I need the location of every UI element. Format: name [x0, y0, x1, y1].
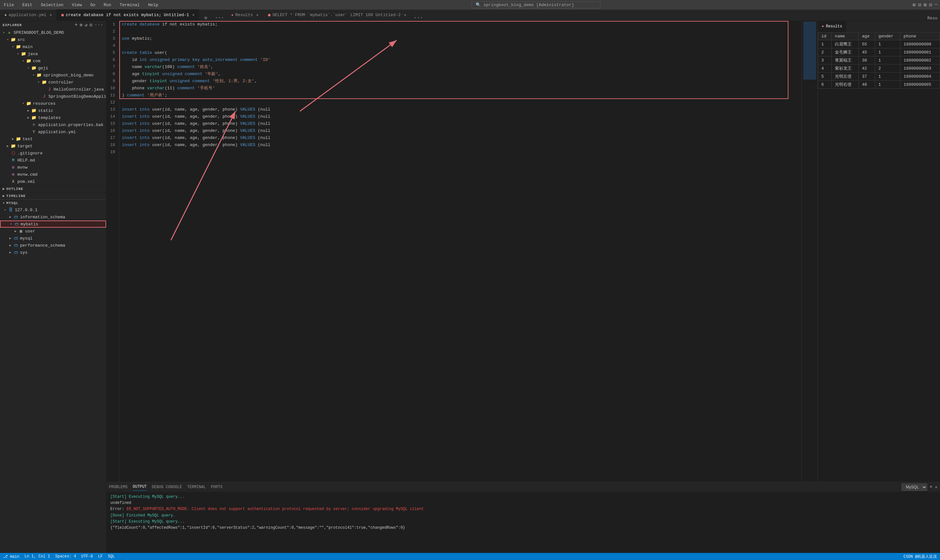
arrow-test: ▶ — [10, 137, 15, 141]
tree-item-controller[interactable]: ▾ 📁 controller — [0, 78, 106, 86]
col-phone: phone — [900, 32, 940, 40]
tree-item-test[interactable]: ▶ 📁 test — [0, 135, 106, 143]
menu-go[interactable]: Go — [89, 2, 97, 8]
label-hello-controller: HelloController.java — [54, 87, 106, 92]
bottom-panel-close-icon[interactable]: ✕ — [935, 485, 937, 490]
tree-item-mysql-server[interactable]: ▾ 🗄 127.0.0.1 — [0, 206, 106, 214]
search-bar[interactable]: 🔍 springboot_blog_demo [Administrator] — [471, 1, 600, 8]
new-file-icon[interactable]: + — [75, 22, 78, 28]
tab-sql-active[interactable]: create database if not exists mybatis; U… — [57, 9, 200, 21]
code-editor[interactable]: 12345 678910 1112131415 16171819 create … — [106, 21, 817, 482]
tab-results[interactable]: ● Results ✕ — [227, 9, 263, 21]
tab-more-button[interactable]: ··· — [212, 15, 227, 21]
label-java: java — [28, 52, 106, 57]
tab-ports[interactable]: PORTS — [211, 484, 223, 491]
line-numbers: 12345 678910 1112131415 16171819 — [106, 21, 119, 482]
tab-sql-close[interactable]: ✕ — [192, 12, 194, 17]
table-row: 6光明右使48118800000005 — [818, 81, 940, 89]
arrow-src: ▾ — [5, 38, 10, 42]
tab-debug-console[interactable]: DEBUG CONSOLE — [152, 484, 182, 491]
tree-item-static[interactable]: ▶ 📁 static — [0, 107, 106, 114]
tree-item-java[interactable]: ▾ 📁 java — [0, 50, 106, 57]
menu-file[interactable]: File — [3, 2, 15, 8]
editor-area: 12345 678910 1112131415 16171819 create … — [106, 21, 940, 553]
tab-yml-close[interactable]: ✕ — [50, 12, 52, 17]
outline-arrow: ▶ — [3, 187, 5, 191]
tree-item-performance-schema[interactable]: ▶ 🗃 performance_schema — [0, 242, 106, 249]
layout-icon-2[interactable]: ⊟ — [918, 2, 921, 8]
menu-terminal[interactable]: Terminal — [118, 2, 141, 8]
mysql-section-header[interactable]: ▾ MYSQL — [0, 199, 106, 206]
tree-item-yml[interactable]: Y application.yml — [0, 128, 106, 135]
tree-item-templates[interactable]: ▶ 📁 templates — [0, 114, 106, 121]
arrow-sys: ▶ — [8, 251, 13, 254]
tree-item-information-schema[interactable]: ▶ 🗃 information_schema — [0, 214, 106, 220]
tree-item-pom[interactable]: X pom.xml — [0, 178, 106, 185]
layout-icon-1[interactable]: ⊞ — [912, 2, 915, 8]
table-cell: 18800000000 — [900, 40, 940, 48]
tab-yml[interactable]: ● application.yml ✕ — [0, 9, 57, 21]
collapse-icon[interactable]: ⊟ — [90, 22, 92, 28]
tab-terminal[interactable]: TERMINAL — [187, 484, 206, 491]
explorer-header: EXPLORER + ⊕ ↺ ⊟ ··· — [0, 21, 106, 29]
table-cell: 1 — [875, 81, 900, 89]
outline-section[interactable]: ▶ OUTLINE — [0, 185, 106, 192]
menu-help[interactable]: Help — [147, 2, 159, 8]
tree-item-help[interactable]: M HELP.md — [0, 157, 106, 164]
tab-select-label: SELECT * FROM `mybatis`.`user` LIMIT 100… — [272, 12, 401, 17]
tab-split-button[interactable]: ⊟ — [199, 15, 212, 21]
results-table: id name age gender phone 1白眉鹰王5511880000… — [818, 32, 940, 89]
tree-item-gitignore[interactable]: ⬡ .gitignore — [0, 149, 106, 157]
menu-run[interactable]: Run — [102, 2, 112, 8]
code-content[interactable]: create database if not exists mybatis; u… — [119, 21, 802, 482]
menu-edit[interactable]: Edit — [21, 2, 34, 8]
label-target: target — [17, 144, 106, 149]
mysql-dropdown[interactable]: MySQL — [902, 484, 927, 491]
tree-item-springboot-blog-demo[interactable]: ▾ 📁 springboot_blog_demo — [0, 72, 106, 78]
tree-item-mvnw-cmd[interactable]: ⚙ mvnw.cmd — [0, 171, 106, 178]
col-id: id — [818, 32, 832, 40]
table-cell: 紫衫龙王 — [832, 65, 859, 72]
menu-view[interactable]: View — [71, 2, 83, 8]
tree-item-props-bak[interactable]: ≡ application.properties.bak — [0, 121, 106, 128]
arrow-resources: ▾ — [21, 102, 26, 105]
tab-select-close[interactable]: ✕ — [404, 12, 406, 17]
status-branch: ⎇ main — [3, 554, 19, 559]
tab-select-sql[interactable]: SELECT * FROM `mybatis`.`user` LIMIT 100… — [263, 9, 411, 21]
bottom-panel-list-icon[interactable]: ≡ — [930, 485, 932, 489]
tree-item-app-java[interactable]: J SpringbootBlogDemoApplication.java — [0, 93, 106, 100]
table-cell: 2 — [875, 65, 900, 72]
more-icon[interactable]: ··· — [94, 22, 103, 28]
table-row: 2金毛狮王45118800000001 — [818, 48, 940, 57]
tree-item-com[interactable]: ▾ 📁 com — [0, 57, 106, 65]
layout-icon-3[interactable]: ⊠ — [923, 2, 926, 8]
tab-output[interactable]: OUTPUT — [133, 483, 147, 491]
menu-selection[interactable]: Selection — [39, 2, 65, 8]
tree-item-resources[interactable]: ▾ 📁 resources — [0, 100, 106, 107]
tree-item-mysql-db[interactable]: ▶ 🗃 mysql — [0, 235, 106, 242]
tree-item-target[interactable]: ▶ 📁 target — [0, 143, 106, 149]
tree-item-mvnw[interactable]: ⚙ mvnw — [0, 164, 106, 171]
label-mvnw-cmd: mvnw.cmd — [17, 172, 106, 177]
tree-item-mybatis[interactable]: ▾ 🗃 mybatis — [0, 220, 106, 228]
tree-item-hello-controller[interactable]: J HelloController.java — [0, 86, 106, 93]
tree-item-src[interactable]: ▾ 📁 src — [0, 36, 106, 43]
tree-item-main[interactable]: ▾ 📁 main — [0, 43, 106, 50]
tree-item-user-table[interactable]: ▶ ▦ user — [0, 228, 106, 235]
results-tab-active[interactable]: ● Results — [818, 21, 846, 32]
timeline-section[interactable]: ▶ TIMELINE — [0, 192, 106, 199]
refresh-icon[interactable]: ↺ — [85, 22, 88, 28]
minimize-button[interactable]: ─ — [934, 2, 937, 8]
tab-problems[interactable]: PROBLEMS — [109, 484, 128, 491]
bottom-tab-bar: PROBLEMS OUTPUT DEBUG CONSOLE TERMINAL P… — [106, 482, 940, 492]
layout-icon-4[interactable]: ⊡ — [929, 2, 932, 8]
tree-item-geji[interactable]: ▾ 📁 geji — [0, 65, 106, 72]
new-folder-icon[interactable]: ⊕ — [80, 22, 83, 28]
icon-sys: 🗃 — [13, 250, 19, 255]
tab-results-close[interactable]: ✕ — [256, 12, 258, 17]
project-root[interactable]: ▾ ❋ SPRINGBOOT_BLOG_DEMO — [0, 29, 106, 36]
tree-item-sys[interactable]: ▶ 🗃 sys — [0, 249, 106, 256]
arrow-java: ▾ — [15, 52, 21, 56]
results-table-wrap[interactable]: id name age gender phone 1白眉鹰王5511880000… — [818, 32, 940, 482]
tab-more-right[interactable]: ··· — [411, 15, 426, 21]
